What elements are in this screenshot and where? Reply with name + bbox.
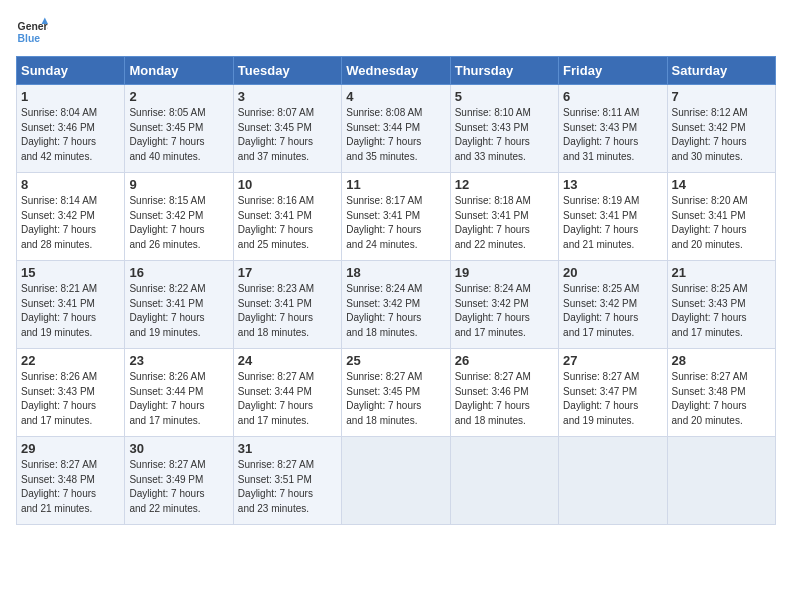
calendar-cell: 26 Sunrise: 8:27 AMSunset: 3:46 PMDaylig… — [450, 349, 558, 437]
calendar-cell: 29 Sunrise: 8:27 AMSunset: 3:48 PMDaylig… — [17, 437, 125, 525]
day-number: 5 — [455, 89, 554, 104]
day-info: Sunrise: 8:27 AMSunset: 3:51 PMDaylight:… — [238, 459, 314, 514]
day-info: Sunrise: 8:15 AMSunset: 3:42 PMDaylight:… — [129, 195, 205, 250]
calendar-cell: 20 Sunrise: 8:25 AMSunset: 3:42 PMDaylig… — [559, 261, 667, 349]
day-number: 15 — [21, 265, 120, 280]
calendar-cell: 12 Sunrise: 8:18 AMSunset: 3:41 PMDaylig… — [450, 173, 558, 261]
day-info: Sunrise: 8:27 AMSunset: 3:44 PMDaylight:… — [238, 371, 314, 426]
day-info: Sunrise: 8:11 AMSunset: 3:43 PMDaylight:… — [563, 107, 639, 162]
calendar-cell: 13 Sunrise: 8:19 AMSunset: 3:41 PMDaylig… — [559, 173, 667, 261]
day-number: 26 — [455, 353, 554, 368]
day-number: 24 — [238, 353, 337, 368]
calendar-cell: 28 Sunrise: 8:27 AMSunset: 3:48 PMDaylig… — [667, 349, 775, 437]
calendar-cell: 19 Sunrise: 8:24 AMSunset: 3:42 PMDaylig… — [450, 261, 558, 349]
day-number: 21 — [672, 265, 771, 280]
calendar-cell — [342, 437, 450, 525]
calendar-cell: 15 Sunrise: 8:21 AMSunset: 3:41 PMDaylig… — [17, 261, 125, 349]
col-header-sunday: Sunday — [17, 57, 125, 85]
calendar-cell: 14 Sunrise: 8:20 AMSunset: 3:41 PMDaylig… — [667, 173, 775, 261]
day-info: Sunrise: 8:23 AMSunset: 3:41 PMDaylight:… — [238, 283, 314, 338]
day-info: Sunrise: 8:27 AMSunset: 3:47 PMDaylight:… — [563, 371, 639, 426]
calendar-cell: 23 Sunrise: 8:26 AMSunset: 3:44 PMDaylig… — [125, 349, 233, 437]
day-info: Sunrise: 8:17 AMSunset: 3:41 PMDaylight:… — [346, 195, 422, 250]
day-number: 17 — [238, 265, 337, 280]
day-number: 30 — [129, 441, 228, 456]
calendar-cell: 1 Sunrise: 8:04 AMSunset: 3:46 PMDayligh… — [17, 85, 125, 173]
day-number: 8 — [21, 177, 120, 192]
calendar-cell — [559, 437, 667, 525]
day-number: 19 — [455, 265, 554, 280]
day-number: 10 — [238, 177, 337, 192]
day-number: 23 — [129, 353, 228, 368]
calendar-cell: 18 Sunrise: 8:24 AMSunset: 3:42 PMDaylig… — [342, 261, 450, 349]
day-info: Sunrise: 8:24 AMSunset: 3:42 PMDaylight:… — [455, 283, 531, 338]
calendar-cell: 3 Sunrise: 8:07 AMSunset: 3:45 PMDayligh… — [233, 85, 341, 173]
day-info: Sunrise: 8:24 AMSunset: 3:42 PMDaylight:… — [346, 283, 422, 338]
logo: General Blue — [16, 16, 48, 48]
day-number: 16 — [129, 265, 228, 280]
day-number: 25 — [346, 353, 445, 368]
day-number: 13 — [563, 177, 662, 192]
day-number: 27 — [563, 353, 662, 368]
day-number: 18 — [346, 265, 445, 280]
calendar-cell: 21 Sunrise: 8:25 AMSunset: 3:43 PMDaylig… — [667, 261, 775, 349]
day-info: Sunrise: 8:25 AMSunset: 3:43 PMDaylight:… — [672, 283, 748, 338]
day-info: Sunrise: 8:26 AMSunset: 3:44 PMDaylight:… — [129, 371, 205, 426]
calendar-cell: 27 Sunrise: 8:27 AMSunset: 3:47 PMDaylig… — [559, 349, 667, 437]
day-info: Sunrise: 8:27 AMSunset: 3:48 PMDaylight:… — [21, 459, 97, 514]
col-header-saturday: Saturday — [667, 57, 775, 85]
day-info: Sunrise: 8:27 AMSunset: 3:49 PMDaylight:… — [129, 459, 205, 514]
calendar-cell: 9 Sunrise: 8:15 AMSunset: 3:42 PMDayligh… — [125, 173, 233, 261]
calendar-cell: 17 Sunrise: 8:23 AMSunset: 3:41 PMDaylig… — [233, 261, 341, 349]
day-info: Sunrise: 8:16 AMSunset: 3:41 PMDaylight:… — [238, 195, 314, 250]
day-info: Sunrise: 8:14 AMSunset: 3:42 PMDaylight:… — [21, 195, 97, 250]
calendar-week-5: 29 Sunrise: 8:27 AMSunset: 3:48 PMDaylig… — [17, 437, 776, 525]
day-info: Sunrise: 8:05 AMSunset: 3:45 PMDaylight:… — [129, 107, 205, 162]
calendar-cell: 8 Sunrise: 8:14 AMSunset: 3:42 PMDayligh… — [17, 173, 125, 261]
day-number: 31 — [238, 441, 337, 456]
logo-icon: General Blue — [16, 16, 48, 48]
col-header-tuesday: Tuesday — [233, 57, 341, 85]
day-info: Sunrise: 8:08 AMSunset: 3:44 PMDaylight:… — [346, 107, 422, 162]
day-info: Sunrise: 8:21 AMSunset: 3:41 PMDaylight:… — [21, 283, 97, 338]
day-info: Sunrise: 8:20 AMSunset: 3:41 PMDaylight:… — [672, 195, 748, 250]
day-number: 4 — [346, 89, 445, 104]
calendar-cell: 2 Sunrise: 8:05 AMSunset: 3:45 PMDayligh… — [125, 85, 233, 173]
calendar-cell — [450, 437, 558, 525]
day-number: 6 — [563, 89, 662, 104]
calendar-cell: 11 Sunrise: 8:17 AMSunset: 3:41 PMDaylig… — [342, 173, 450, 261]
day-info: Sunrise: 8:12 AMSunset: 3:42 PMDaylight:… — [672, 107, 748, 162]
day-number: 28 — [672, 353, 771, 368]
calendar-cell: 6 Sunrise: 8:11 AMSunset: 3:43 PMDayligh… — [559, 85, 667, 173]
day-info: Sunrise: 8:27 AMSunset: 3:45 PMDaylight:… — [346, 371, 422, 426]
day-number: 3 — [238, 89, 337, 104]
day-info: Sunrise: 8:22 AMSunset: 3:41 PMDaylight:… — [129, 283, 205, 338]
calendar-cell: 5 Sunrise: 8:10 AMSunset: 3:43 PMDayligh… — [450, 85, 558, 173]
col-header-wednesday: Wednesday — [342, 57, 450, 85]
day-number: 22 — [21, 353, 120, 368]
col-header-thursday: Thursday — [450, 57, 558, 85]
day-info: Sunrise: 8:26 AMSunset: 3:43 PMDaylight:… — [21, 371, 97, 426]
day-info: Sunrise: 8:25 AMSunset: 3:42 PMDaylight:… — [563, 283, 639, 338]
calendar-cell: 16 Sunrise: 8:22 AMSunset: 3:41 PMDaylig… — [125, 261, 233, 349]
calendar-week-3: 15 Sunrise: 8:21 AMSunset: 3:41 PMDaylig… — [17, 261, 776, 349]
calendar-cell: 10 Sunrise: 8:16 AMSunset: 3:41 PMDaylig… — [233, 173, 341, 261]
calendar-cell: 24 Sunrise: 8:27 AMSunset: 3:44 PMDaylig… — [233, 349, 341, 437]
col-header-monday: Monday — [125, 57, 233, 85]
day-number: 9 — [129, 177, 228, 192]
calendar-cell: 7 Sunrise: 8:12 AMSunset: 3:42 PMDayligh… — [667, 85, 775, 173]
calendar-table: SundayMondayTuesdayWednesdayThursdayFrid… — [16, 56, 776, 525]
page-header: General Blue — [16, 16, 776, 48]
svg-text:Blue: Blue — [18, 33, 41, 44]
calendar-week-2: 8 Sunrise: 8:14 AMSunset: 3:42 PMDayligh… — [17, 173, 776, 261]
day-number: 1 — [21, 89, 120, 104]
day-number: 2 — [129, 89, 228, 104]
day-info: Sunrise: 8:07 AMSunset: 3:45 PMDaylight:… — [238, 107, 314, 162]
calendar-cell: 22 Sunrise: 8:26 AMSunset: 3:43 PMDaylig… — [17, 349, 125, 437]
calendar-week-1: 1 Sunrise: 8:04 AMSunset: 3:46 PMDayligh… — [17, 85, 776, 173]
calendar-cell — [667, 437, 775, 525]
day-number: 11 — [346, 177, 445, 192]
calendar-cell: 30 Sunrise: 8:27 AMSunset: 3:49 PMDaylig… — [125, 437, 233, 525]
calendar-cell: 31 Sunrise: 8:27 AMSunset: 3:51 PMDaylig… — [233, 437, 341, 525]
calendar-cell: 4 Sunrise: 8:08 AMSunset: 3:44 PMDayligh… — [342, 85, 450, 173]
